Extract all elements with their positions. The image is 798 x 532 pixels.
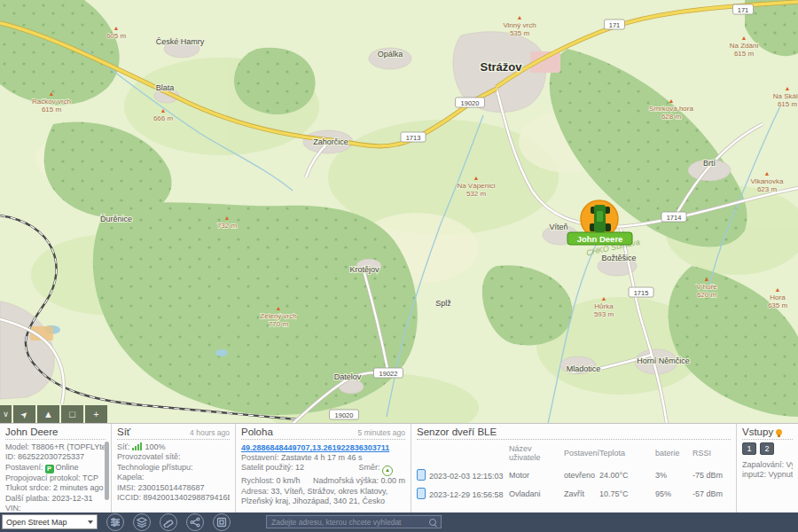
peak-name-label: Vinný vrch <box>503 21 536 29</box>
direction-icon: ▲ <box>382 466 393 476</box>
network-panel-title: Síť <box>117 426 130 437</box>
network-operator: Provozovatel sítě: <box>117 452 230 462</box>
inputs-panel-title: Vstupy <box>742 426 773 437</box>
village-label: Krotějov <box>349 265 379 274</box>
door-sensor-icon <box>417 469 426 481</box>
bottom-panels: John Deere Model: T8806+R (TOPFLYtech) I… <box>0 423 798 512</box>
ignition-state: Zapalování: Vypnuto <box>742 460 793 470</box>
peak-elevation-label: 620 m <box>697 291 717 299</box>
village-label: České Hamry <box>156 37 205 46</box>
sensor-table: Název uživatele Postavení Teplota bateri… <box>417 442 732 503</box>
route-settings-icon[interactable] <box>106 513 124 531</box>
peak-elevation-label: 635 m <box>768 301 788 309</box>
inputs-panel: Vstupy 12 Zapalování: Vypnuto input2: Vy… <box>737 424 798 512</box>
position-satellites-direction: Satelit použitý: 12 Směr: ▲ <box>241 463 405 476</box>
sensor-table-row[interactable]: 2023-12-29 16:56:58 Ovladani Zavřít 10.7… <box>417 484 732 503</box>
device-id: ID: 862522030725337 <box>5 452 106 462</box>
svg-text:19022: 19022 <box>379 370 398 378</box>
village-label: Opálka <box>378 50 403 59</box>
svg-text:1713: 1713 <box>406 134 421 142</box>
peak-icon: ▲ <box>160 107 167 113</box>
network-iccid: ICCID: 8942001340298879416E <box>117 493 230 503</box>
peak-icon: ▲ <box>669 98 675 104</box>
door-sensor-icon <box>417 488 426 499</box>
locate-arrow-button[interactable]: ➤ <box>13 405 35 423</box>
signal-bars-icon <box>132 443 142 450</box>
town-label: Strážov <box>481 60 523 74</box>
coordinates-link[interactable]: 49.2886848449707,13.261922836303711 <box>241 442 405 453</box>
peak-elevation-label: 623 m <box>757 185 778 193</box>
triangle-button[interactable]: ▲ <box>37 405 59 423</box>
zoom-in-button[interactable]: + <box>85 405 107 423</box>
map-layer-select[interactable]: Open Street Map <box>2 514 98 529</box>
network-signal: Síť:100% <box>117 442 230 452</box>
village-label: Blata <box>156 83 175 92</box>
share-icon[interactable] <box>186 513 204 531</box>
input-buttons: 12 <box>742 442 793 455</box>
search-icon[interactable] <box>429 519 436 526</box>
sensor-table-header: Název uživatele Postavení Teplota bateri… <box>417 442 732 466</box>
search-input[interactable] <box>271 518 429 527</box>
peak-icon: ▲ <box>113 25 120 31</box>
network-tech: Technologie přístupu: <box>117 463 230 473</box>
peak-elevation-label: 615 m <box>734 50 755 58</box>
network-panel-time: 4 hours ago <box>190 428 230 437</box>
svg-text:171: 171 <box>738 6 749 14</box>
position-status: Postavení: Zastavte 4 h 17 m 46 s <box>241 453 405 463</box>
peak-name-label: Zelený vrch <box>260 312 296 320</box>
peak-elevation-label: 593 m <box>594 310 614 318</box>
input-toggle-button[interactable]: 2 <box>760 442 774 455</box>
street-view-icon[interactable] <box>213 513 231 531</box>
peak-elevation-label: 615 m <box>42 106 62 113</box>
network-imsi: IMSI: 230015014478687 <box>117 483 230 493</box>
village-label: Brtí <box>703 159 716 168</box>
svg-text:19020: 19020 <box>335 411 354 419</box>
village-label: Víteň <box>549 223 567 231</box>
square-button[interactable]: □ <box>61 405 83 423</box>
peak-name-label: Na Vápenici <box>457 182 495 190</box>
ble-door-sensor-panel: Senzor dveří BLE Název uživatele Postave… <box>411 424 737 512</box>
peak-name-label: Vlkanovka <box>751 177 784 185</box>
marker-label: John Deere <box>567 232 632 245</box>
peak-name-label: Na Skále <box>773 92 798 100</box>
device-panel: John Deere Model: T8806+R (TOPFLYtech) I… <box>0 424 112 512</box>
peak-icon: ▲ <box>224 215 231 221</box>
peak-icon: ▲ <box>276 305 282 311</box>
peak-icon: ▲ <box>775 286 781 293</box>
device-payment: Další platba: 2023-12-31 <box>5 494 106 504</box>
network-band: Kapela: <box>117 473 230 482</box>
peak-elevation-label: 628 m <box>661 113 682 121</box>
peak-icon: ▲ <box>49 90 55 97</box>
address-search <box>266 515 442 528</box>
village-label: Zahorčice <box>313 137 348 146</box>
peak-name-label: Smrková hora <box>649 105 693 113</box>
device-status: Postavení:POnline <box>5 463 106 473</box>
peak-name-label: Račkov vrch <box>32 98 71 106</box>
peak-elevation-label: 605 m <box>106 32 127 40</box>
bottom-toolbar: Open Street Map <box>0 512 798 532</box>
position-panel-title: Poloha <box>241 426 273 437</box>
sensor-table-row[interactable]: 2023-02-03 12:15:03 Motor otevřeno 24.00… <box>417 466 732 484</box>
map-control-buttons: ∨ ➤ ▲ □ + <box>0 405 107 423</box>
village-label: Mladotice <box>567 364 601 373</box>
device-panel-title: John Deere <box>5 426 58 437</box>
peak-icon: ▲ <box>764 170 771 176</box>
device-heartbeat: Tlukot srdce: 2 minutes ago <box>5 483 106 493</box>
layers-icon[interactable] <box>133 513 151 531</box>
village-label: Horní Němčice <box>637 356 690 365</box>
measure-icon[interactable] <box>160 513 177 531</box>
marker-label-text: John Deere <box>577 234 623 244</box>
peak-elevation-label: 732 m <box>217 222 238 230</box>
toolbar-icons <box>106 512 231 532</box>
panel-scrollbar[interactable] <box>105 442 109 500</box>
peak-name-label: Hora <box>770 293 786 301</box>
position-address: Adresa: 33, Víteň, Strážov, okres Klatov… <box>241 487 405 507</box>
village-label: Splž <box>435 299 451 308</box>
collapse-button[interactable]: ∨ <box>0 405 12 423</box>
map-layer-select-value: Open Street Map <box>6 518 67 527</box>
svg-text:171: 171 <box>609 21 621 29</box>
device-model: Model: T8806+R (TOPFLYtech) <box>5 442 106 452</box>
input-toggle-button[interactable]: 1 <box>742 442 756 455</box>
peak-elevation-label: 535 m <box>510 29 530 37</box>
peak-elevation-label: 615 m <box>778 100 798 108</box>
